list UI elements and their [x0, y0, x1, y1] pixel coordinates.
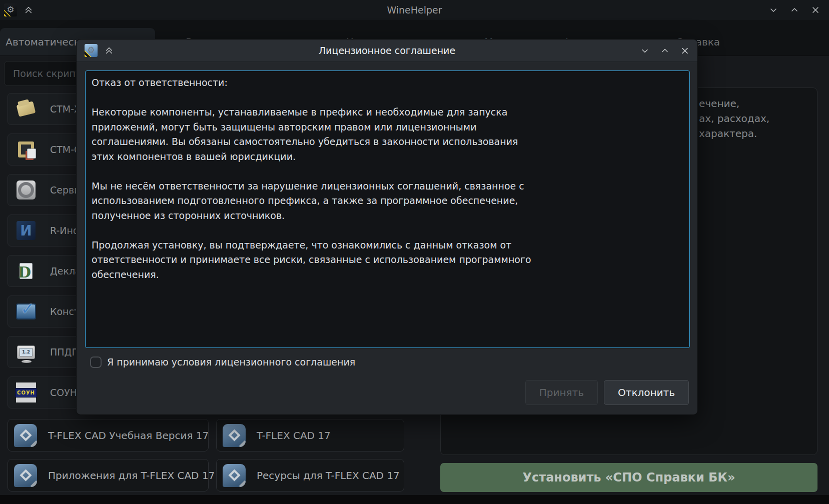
folder-documents-icon: [15, 98, 37, 120]
accept-terms-checkbox[interactable]: [90, 356, 102, 368]
install-spo-spravki-bk-button[interactable]: Установить «СПО Справки БК»: [440, 463, 817, 492]
main-titlebar: ⚙ WineHelper: [0, 0, 829, 20]
minimize-button[interactable]: [769, 6, 778, 14]
license-agreement-dialog: ⚙ Лицензионное соглашение Отказ от ответ…: [76, 39, 698, 415]
script-item-tflex-apps[interactable]: Приложения для T-FLEX CAD 17: [8, 459, 209, 492]
accept-button[interactable]: Принять: [525, 380, 598, 405]
chevron-down-icon: [640, 46, 649, 56]
bottom-strip: [0, 495, 829, 504]
script-label: Приложения для T-FLEX CAD 17: [48, 470, 215, 482]
frame-document-icon: [15, 138, 37, 160]
close-icon: [811, 6, 820, 14]
close-button[interactable]: [811, 6, 820, 14]
script-label: Конст: [50, 306, 80, 317]
script-item-tflex-resources[interactable]: Ресурсы для T-FLEX CAD 17: [216, 459, 404, 492]
accept-terms-row[interactable]: Я принимаю условия лицензионного соглаше…: [90, 354, 689, 370]
window-controls: [769, 6, 820, 14]
accept-terms-label: Я принимаю условия лицензионного соглаше…: [107, 356, 355, 368]
tflex-icon: [223, 424, 246, 447]
tflex-icon: [14, 424, 37, 447]
double-chevron-up-icon: [105, 46, 114, 56]
chevron-up-icon: [660, 46, 669, 56]
dialog-window-controls: [640, 46, 689, 55]
dialog-close-button[interactable]: [680, 46, 689, 55]
documents-d-icon: [15, 260, 37, 282]
crt-monitor-icon: 1.2: [15, 341, 37, 363]
close-icon: [680, 46, 689, 56]
app-gear-hazard-icon: ⚙: [4, 4, 17, 16]
license-text-area[interactable]: Отказ от ответственности: Некоторые комп…: [85, 70, 690, 348]
dialog-title: Лицензионное соглашение: [77, 45, 697, 56]
double-chevron-up-icon: [24, 5, 33, 15]
winehelper-window: ⚙ WineHelper Автоматическая установка Ру…: [0, 0, 829, 504]
dialog-maximize-button[interactable]: [660, 46, 669, 55]
chevron-up-icon: [790, 6, 799, 14]
tflex-icon: [14, 464, 37, 487]
script-label: СОУН: [50, 387, 77, 398]
checkmark-screen-icon: [15, 300, 37, 322]
dialog-minimize-button[interactable]: [640, 46, 649, 55]
shade-window-button[interactable]: [24, 6, 33, 14]
script-label: T-FLEX CAD 17: [257, 430, 331, 442]
decline-button[interactable]: Отклонить: [604, 380, 689, 405]
grey-ring-icon: [15, 179, 37, 201]
blue-letter-i-icon: И: [15, 220, 37, 242]
maximize-button[interactable]: [790, 6, 799, 14]
script-item-tflex-uchebnaya[interactable]: T-FLEX CAD Учебная Версия 17: [8, 419, 209, 452]
dialog-gear-hazard-icon: ⚙: [85, 44, 98, 57]
dialog-shade-button[interactable]: [105, 46, 114, 55]
window-title: WineHelper: [0, 4, 829, 16]
dialog-titlebar: ⚙ Лицензионное соглашение: [77, 40, 697, 62]
script-label: ППДГ: [50, 346, 78, 358]
soun-badge-icon: СОУН: [15, 382, 37, 404]
chevron-down-icon: [769, 6, 778, 14]
tflex-icon: [223, 464, 246, 487]
dialog-buttons-row: Принять Отклонить: [85, 380, 689, 405]
script-label: T-FLEX CAD Учебная Версия 17: [48, 430, 209, 442]
description-text-fragment: ечение, ах, расходах, характера.: [699, 96, 769, 141]
script-item-tflex-cad17[interactable]: T-FLEX CAD 17: [216, 419, 404, 452]
dialog-body: Отказ от ответственности: Некоторые комп…: [77, 62, 697, 414]
script-label: Ресурсы для T-FLEX CAD 17: [257, 470, 400, 482]
